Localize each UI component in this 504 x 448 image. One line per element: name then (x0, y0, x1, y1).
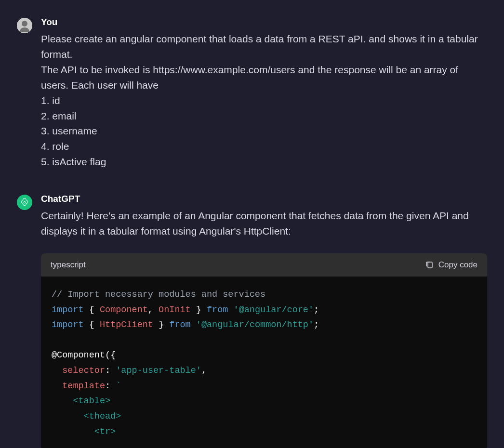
code-line: // Import necessary modules and services (52, 287, 477, 303)
user-message: You Please create an angular component t… (17, 17, 487, 170)
assistant-message-text: Certainly! Here's an example of an Angul… (41, 208, 487, 239)
clipboard-icon (425, 261, 434, 269)
code-line: selector: 'app-user-table', (52, 363, 477, 379)
copy-code-button[interactable]: Copy code (425, 260, 477, 270)
user-line: Please create an angular component that … (41, 31, 487, 62)
assistant-author-label: ChatGPT (41, 194, 487, 204)
user-line: 3. username (41, 123, 487, 139)
user-line: 4. role (41, 139, 487, 154)
code-line: import { HttpClient } from '@angular/com… (52, 317, 477, 333)
assistant-intro: Certainly! Here's an example of an Angul… (41, 208, 487, 239)
code-line (52, 333, 477, 348)
code-line: <table> (52, 394, 477, 409)
code-line: @Component({ (52, 348, 477, 363)
code-line: <thead> (52, 409, 477, 424)
code-line: <tr> (52, 424, 477, 440)
code-language-label: typescript (51, 260, 86, 270)
user-line: 1. id (41, 93, 487, 108)
copy-code-label: Copy code (438, 260, 477, 270)
svg-rect-2 (17, 18, 32, 33)
user-avatar-icon (17, 18, 32, 33)
user-line: The API to be invoked is https://www.exa… (41, 62, 487, 93)
chatgpt-logo-icon (20, 198, 29, 207)
code-line: import { Component, OnInit } from '@angu… (52, 303, 477, 318)
svg-point-3 (24, 201, 26, 203)
svg-rect-4 (428, 262, 432, 268)
assistant-message: ChatGPT Certainly! Here's an example of … (17, 194, 487, 448)
user-line: 5. isActive flag (41, 154, 487, 170)
assistant-message-content: ChatGPT Certainly! Here's an example of … (41, 194, 487, 448)
user-message-content: You Please create an angular component t… (41, 17, 487, 170)
user-avatar (17, 18, 32, 33)
code-line: template: ` (52, 379, 477, 394)
user-author-label: You (41, 17, 487, 27)
code-content[interactable]: // Import necessary modules and services… (41, 277, 487, 448)
user-line: 2. email (41, 108, 487, 124)
code-header: typescript Copy code (41, 253, 487, 277)
assistant-avatar (17, 195, 32, 210)
user-message-text: Please create an angular component that … (41, 31, 487, 170)
code-block: typescript Copy code // Import necessary… (41, 253, 487, 448)
